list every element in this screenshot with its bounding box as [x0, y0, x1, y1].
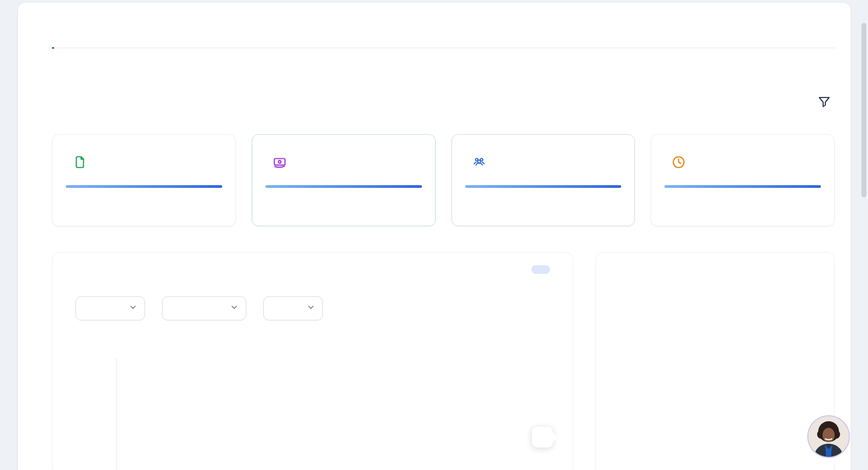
avatar-illustration — [808, 416, 849, 457]
stat-cards-row — [52, 134, 835, 226]
scrollbar-thumb[interactable] — [861, 23, 866, 197]
chevron-down-icon — [129, 303, 137, 314]
assistant-avatar[interactable] — [807, 415, 850, 458]
legend-dot — [727, 422, 734, 429]
tab-visao-geral[interactable] — [52, 33, 54, 49]
period-select[interactable] — [76, 296, 145, 320]
document-icon — [66, 148, 94, 176]
supplier-pie[interactable] — [658, 302, 767, 410]
tab-desempenho[interactable] — [79, 33, 82, 48]
tab-bar — [52, 33, 836, 48]
stat-underline-bar — [465, 185, 622, 188]
legend-dot — [687, 466, 695, 470]
legend-dot — [730, 466, 737, 470]
year-select[interactable] — [263, 296, 323, 320]
users-icon — [465, 148, 494, 176]
financial-panel — [52, 252, 574, 470]
stat-underline-bar — [66, 185, 222, 188]
banknote-icon — [265, 148, 294, 176]
chat-message-bubble — [532, 427, 553, 448]
stat-underline-bar — [265, 185, 422, 188]
pie-legend-item[interactable] — [640, 466, 651, 470]
chevron-down-icon — [306, 303, 315, 314]
pie-legend-item[interactable] — [679, 449, 691, 456]
stat-card-valor-total[interactable] — [252, 134, 436, 226]
pie-legend-item[interactable] — [730, 466, 741, 470]
chart-legend — [247, 339, 279, 348]
pie-legend-item[interactable] — [619, 449, 630, 456]
stat-underline-bar — [664, 185, 821, 188]
month-select[interactable] — [162, 296, 246, 320]
legend-dot — [619, 449, 626, 456]
dashboard-card — [18, 3, 850, 470]
stat-card-custo-diario[interactable] — [651, 134, 835, 226]
stat-card-numero-contratos[interactable] — [52, 134, 236, 226]
quarter-badge[interactable] — [531, 265, 550, 274]
pie-legend-item[interactable] — [687, 466, 699, 470]
chevron-down-icon — [230, 303, 239, 314]
transacoes-swatch — [247, 339, 274, 348]
tab-relatorios[interactable] — [107, 33, 109, 48]
funnel-icon — [818, 95, 831, 110]
pie-legend-item[interactable] — [633, 422, 644, 429]
filter-button[interactable] — [815, 93, 834, 112]
legend-dot — [640, 466, 647, 470]
clock-icon — [664, 148, 693, 176]
y-axis — [116, 358, 117, 470]
pie-legend-item[interactable] — [727, 422, 739, 429]
legend-dot — [633, 422, 640, 429]
filter-row — [69, 296, 323, 320]
legend-dot — [752, 449, 759, 456]
pie-legend-item[interactable] — [752, 449, 763, 456]
supplier-panel — [595, 252, 835, 470]
legend-dot — [679, 449, 686, 456]
stat-card-saldo-total[interactable] — [452, 134, 635, 226]
